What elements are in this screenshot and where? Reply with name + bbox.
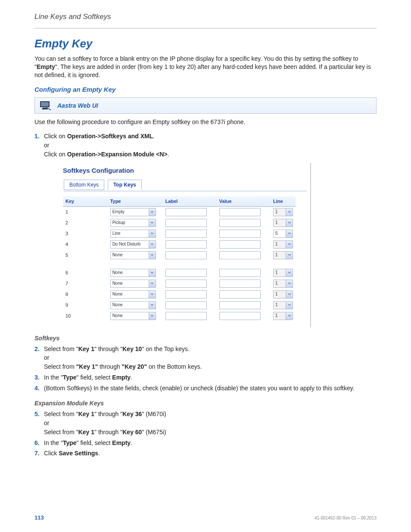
line-dropdown[interactable]: 1 xyxy=(273,208,293,216)
chevron-down-icon xyxy=(286,312,293,320)
s2t6: on the Bottom keys. xyxy=(147,363,202,370)
label-input[interactable] xyxy=(165,280,207,288)
chevron-down-icon xyxy=(149,269,156,277)
page-title: Empty Key xyxy=(34,36,377,51)
label-input[interactable] xyxy=(165,208,207,216)
value-input[interactable] xyxy=(219,219,261,227)
tab-bar: Bottom Keys Top Keys xyxy=(64,179,310,191)
cell-key: 1 xyxy=(63,206,108,218)
s5t1: Select from " xyxy=(44,411,78,417)
type-dropdown[interactable]: None xyxy=(110,280,156,288)
col-label: Label xyxy=(163,196,217,206)
label-input[interactable] xyxy=(165,251,207,259)
s2b2: Key 10 xyxy=(122,345,142,352)
chevron-down-icon xyxy=(286,208,293,216)
value-input[interactable] xyxy=(219,251,261,259)
line-dropdown[interactable]: 1 xyxy=(273,312,293,320)
table-row: 4Do Not Disturb1 xyxy=(63,239,296,250)
cell-key: 4 xyxy=(63,239,108,250)
table-row: 9None1 xyxy=(63,300,296,311)
label-input[interactable] xyxy=(165,219,207,227)
steps-3: Select from "Key 1" through "Key 36" (M6… xyxy=(34,410,377,457)
type-dropdown[interactable]: Pickup xyxy=(110,219,156,227)
line-dropdown[interactable]: 1 xyxy=(273,251,293,259)
line-dropdown[interactable]: 1 xyxy=(273,280,293,288)
table-row: 5None1 xyxy=(63,250,296,261)
screenshot-title: Softkeys Configuration xyxy=(60,163,310,179)
step-5: Select from "Key 1" through "Key 36" (M6… xyxy=(34,410,377,436)
subhead-configuring: Configuring an Empty Key xyxy=(34,85,377,94)
chevron-down-icon xyxy=(149,302,156,309)
steps-1: Click on Operation->Softkeys and XML. or… xyxy=(34,132,377,159)
type-dropdown[interactable]: None xyxy=(110,290,156,299)
s6t3: . xyxy=(131,439,132,446)
type-dropdown[interactable]: Empty xyxy=(110,208,156,216)
chevron-down-icon xyxy=(286,269,293,277)
webui-callout: Aastra Web UI xyxy=(34,97,377,114)
label-input[interactable] xyxy=(165,301,207,309)
label-input[interactable] xyxy=(165,290,207,299)
line-dropdown[interactable]: 1 xyxy=(273,219,293,227)
label-input[interactable] xyxy=(165,269,207,277)
s7b1: Save Settings xyxy=(59,450,98,457)
col-value: Value xyxy=(217,196,271,206)
cell-key: 2 xyxy=(63,218,108,228)
s6b1: Type xyxy=(63,439,77,446)
value-input[interactable] xyxy=(219,290,261,299)
s7t2: . xyxy=(98,450,100,457)
tab-bottom-keys[interactable]: Bottom Keys xyxy=(64,180,104,190)
step1-t4: . xyxy=(168,151,169,158)
type-dropdown[interactable]: None xyxy=(110,301,156,309)
line-dropdown[interactable]: 1 xyxy=(273,290,293,299)
value-input[interactable] xyxy=(219,208,261,216)
table-row: 6None1 xyxy=(63,268,296,278)
label-input[interactable] xyxy=(165,230,207,238)
value-input[interactable] xyxy=(219,280,261,288)
s5b4: Key 60 xyxy=(122,429,142,436)
line-dropdown[interactable]: 1 xyxy=(273,240,293,249)
value-input[interactable] xyxy=(219,240,261,249)
type-dropdown[interactable]: Line xyxy=(110,230,156,238)
intro-2: ". The keys are added in order (from key… xyxy=(34,63,371,78)
value-input[interactable] xyxy=(219,230,261,238)
s2t2: " through " xyxy=(94,345,122,352)
svg-rect-1 xyxy=(41,102,49,106)
step-2: Select from "Key 1" through "Key 10" on … xyxy=(34,345,377,371)
chevron-down-icon xyxy=(286,280,293,287)
value-input[interactable] xyxy=(219,312,261,320)
s3b2: Empty xyxy=(112,374,131,381)
table-row: 2Pickup1 xyxy=(63,218,296,228)
line-dropdown[interactable]: 1 xyxy=(273,301,293,309)
chevron-down-icon xyxy=(286,219,293,227)
s5b3: Key 1 xyxy=(78,429,94,436)
type-dropdown[interactable]: None xyxy=(110,269,156,277)
s5t2: " through " xyxy=(94,411,122,417)
col-line: Line xyxy=(271,196,296,206)
line-dropdown[interactable]: 5 xyxy=(273,230,293,238)
tab-top-keys[interactable]: Top Keys xyxy=(108,180,142,190)
type-dropdown[interactable]: None xyxy=(110,312,156,320)
value-input[interactable] xyxy=(219,301,261,309)
table-row: 10None1 xyxy=(63,311,296,321)
col-key: Key xyxy=(63,196,108,206)
chevron-down-icon xyxy=(286,241,293,248)
label-input[interactable] xyxy=(165,240,207,249)
table-row: 3Line5 xyxy=(63,228,296,239)
subhead-expansion: Expansion Module Keys xyxy=(34,399,377,408)
line-dropdown[interactable]: 1 xyxy=(273,269,293,277)
step1-or: or xyxy=(44,141,377,149)
s3t3: . xyxy=(131,374,132,381)
breadcrumb: Line Keys and Softkeys xyxy=(34,12,377,22)
chevron-down-icon xyxy=(286,252,293,259)
value-input[interactable] xyxy=(219,269,261,277)
type-dropdown[interactable]: None xyxy=(110,251,156,259)
cell-key: 7 xyxy=(63,278,108,289)
s5b2: Key 36 xyxy=(122,411,142,417)
type-dropdown[interactable]: Do Not Disturb xyxy=(110,240,156,249)
label-input[interactable] xyxy=(165,312,207,320)
step5-or: or xyxy=(44,419,377,427)
doc-id: 41-001452-00 Rev 01 – 06.2013 xyxy=(314,515,377,521)
step1-t1: Click on xyxy=(44,133,67,140)
chevron-down-icon xyxy=(149,280,156,287)
table-row: 8None1 xyxy=(63,289,296,300)
